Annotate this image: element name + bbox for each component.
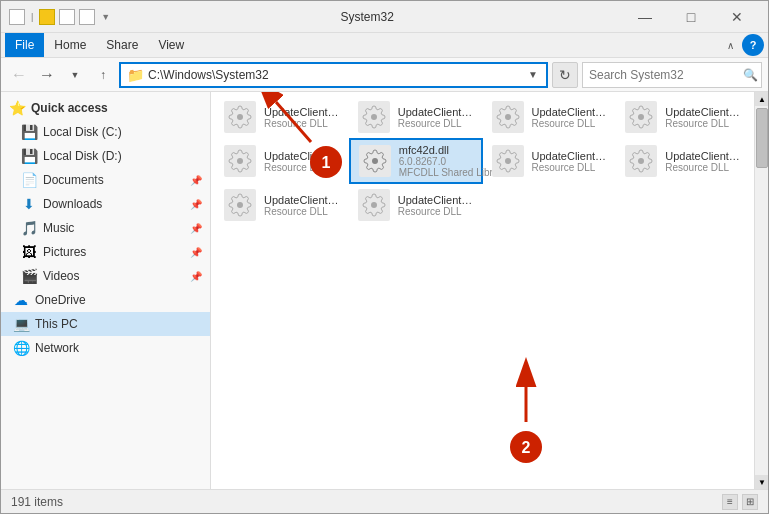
tb-folder-icon: [39, 9, 55, 25]
tab-view[interactable]: View: [148, 33, 194, 57]
file-info: UpdateClient21.dll Resource DLL: [665, 150, 741, 173]
table-row[interactable]: UpdateClient65.dll Resource DLL: [215, 138, 349, 184]
ribbon-collapse-icon[interactable]: ∧: [723, 40, 738, 51]
file-name: UpdateClient65.dll: [532, 106, 608, 118]
file-name: UpdateClient19.dll: [398, 194, 474, 206]
status-bar: 191 items ≡ ⊞ TeRH!: [1, 489, 768, 513]
sidebar-item-onedrive[interactable]: ☁ OneDrive: [1, 288, 210, 312]
file-info: UpdateClient5.dll Resource DLL: [532, 150, 608, 173]
file-type: 6.0.8267.0: [399, 156, 473, 167]
sidebar-item-label: Local Disk (C:): [43, 125, 202, 139]
file-name: UpdateClient5.dll: [532, 150, 608, 162]
file-info: mfc42d.dll 6.0.8267.0 MFCDLL Shared Libr…: [399, 144, 473, 178]
sidebar-item-local-disk-c[interactable]: 💾 Local Disk (C:): [1, 120, 210, 144]
table-row[interactable]: UpdateClient21.dll Resource DLL: [215, 96, 349, 138]
close-button[interactable]: ✕: [714, 1, 760, 33]
pin-icon: 📌: [190, 199, 202, 210]
file-info: UpdateClient21.dll Resource DLL: [264, 106, 340, 129]
address-bar-input-wrap[interactable]: 📁 ▼: [119, 62, 548, 88]
sidebar-item-label: Documents: [43, 173, 184, 187]
file-icon: [492, 101, 524, 133]
file-icon: [492, 145, 524, 177]
sidebar-item-label: Network: [35, 341, 202, 355]
address-bar: ← → ▼ ↑ 📁 ▼ ↻ 🔍: [1, 58, 768, 92]
up-button[interactable]: ↑: [91, 63, 115, 87]
videos-icon: 🎬: [21, 268, 37, 284]
vertical-scrollbar[interactable]: ▲ ▼: [754, 92, 768, 489]
network-icon: 🌐: [13, 340, 29, 356]
sidebar-item-videos[interactable]: 🎬 Videos 📌: [1, 264, 210, 288]
tab-home[interactable]: Home: [44, 33, 96, 57]
table-row[interactable]: UpdateClient21.dll Resource DLL: [616, 138, 750, 184]
sidebar-item-music[interactable]: 🎵 Music 📌: [1, 216, 210, 240]
address-dropdown-button[interactable]: ▼: [526, 69, 540, 80]
search-wrap: 🔍: [582, 62, 762, 88]
pin-icon: 📌: [190, 175, 202, 186]
content-area: UpdateClient21.dll Resource DLL UpdateCl…: [211, 92, 754, 489]
file-name: UpdateClient42.dll: [398, 106, 474, 118]
table-row[interactable]: UpdateClient42.dll Resource DLL: [349, 96, 483, 138]
table-row[interactable]: UpdateClient42.dll Resource DLL: [215, 184, 349, 226]
search-input[interactable]: [589, 68, 739, 82]
pin-icon: 📌: [190, 223, 202, 234]
file-info: UpdateClient19.dll Resource DLL: [398, 194, 474, 217]
file-icon: [359, 145, 391, 177]
sidebar-item-label: Music: [43, 221, 184, 235]
forward-button[interactable]: →: [35, 63, 59, 87]
tab-share[interactable]: Share: [96, 33, 148, 57]
file-info: UpdateClient42.dll Resource DLL: [398, 106, 474, 129]
file-info: UpdateClient65.dll Resource DLL: [264, 150, 340, 173]
file-info: UpdateClient65.dll Resource DLL: [532, 106, 608, 129]
file-icon: [224, 145, 256, 177]
tiles-view-icon[interactable]: ⊞: [742, 494, 758, 510]
details-view-icon[interactable]: ≡: [722, 494, 738, 510]
scroll-down-button[interactable]: ▼: [755, 475, 768, 489]
this-pc-icon: 💻: [13, 316, 29, 332]
music-icon: 🎵: [21, 220, 37, 236]
downloads-icon: ⬇: [21, 196, 37, 212]
documents-icon: 📄: [21, 172, 37, 188]
search-button[interactable]: 🔍: [743, 68, 758, 82]
file-explorer-window: | ▼ System32 — □ ✕ File Home Share View …: [0, 0, 769, 514]
file-name: UpdateClient21.dll: [264, 106, 340, 118]
help-button[interactable]: ?: [742, 34, 764, 56]
onedrive-icon: ☁: [13, 292, 29, 308]
file-name: UpdateClient65.dll: [264, 150, 340, 162]
table-row[interactable]: mfc42d.dll 6.0.8267.0 MFCDLL Shared Libr…: [349, 138, 483, 184]
tab-file[interactable]: File: [5, 33, 44, 57]
file-type: Resource DLL: [532, 118, 608, 129]
tb-undo-icon: [59, 9, 75, 25]
table-row[interactable]: UpdateClient5.dll Resource DLL: [616, 96, 750, 138]
table-row[interactable]: UpdateClient65.dll Resource DLL: [483, 96, 617, 138]
file-icon: [224, 189, 256, 221]
file-name: UpdateClient21.dll: [665, 150, 741, 162]
minimize-button[interactable]: —: [622, 1, 668, 33]
refresh-button[interactable]: ↻: [552, 62, 578, 88]
file-icon: [358, 101, 390, 133]
sidebar-item-label: OneDrive: [35, 293, 202, 307]
address-input[interactable]: [148, 68, 522, 82]
sidebar-item-label: Pictures: [43, 245, 184, 259]
file-name: UpdateClient42.dll: [264, 194, 340, 206]
file-icon: [625, 145, 657, 177]
sidebar-item-this-pc[interactable]: 💻 This PC: [1, 312, 210, 336]
table-row[interactable]: UpdateClient19.dll Resource DLL: [349, 184, 483, 226]
file-name: mfc42d.dll: [399, 144, 473, 156]
file-type: Resource DLL: [532, 162, 608, 173]
sidebar-item-quick-access[interactable]: ⭐ Quick access: [1, 96, 210, 120]
sidebar-item-label: Videos: [43, 269, 184, 283]
pin-icon: 📌: [190, 247, 202, 258]
back-button[interactable]: ←: [7, 63, 31, 87]
sidebar-item-local-disk-d[interactable]: 💾 Local Disk (D:): [1, 144, 210, 168]
scroll-up-button[interactable]: ▲: [755, 92, 768, 106]
sidebar-item-network[interactable]: 🌐 Network: [1, 336, 210, 360]
sidebar-item-documents[interactable]: 📄 Documents 📌: [1, 168, 210, 192]
sidebar-item-downloads[interactable]: ⬇ Downloads 📌: [1, 192, 210, 216]
title-bar-icons: | ▼: [9, 9, 112, 25]
file-info: UpdateClient5.dll Resource DLL: [665, 106, 741, 129]
table-row[interactable]: UpdateClient5.dll Resource DLL: [483, 138, 617, 184]
scroll-thumb[interactable]: [756, 108, 768, 168]
sidebar-item-pictures[interactable]: 🖼 Pictures 📌: [1, 240, 210, 264]
maximize-button[interactable]: □: [668, 1, 714, 33]
recent-locations-button[interactable]: ▼: [63, 63, 87, 87]
